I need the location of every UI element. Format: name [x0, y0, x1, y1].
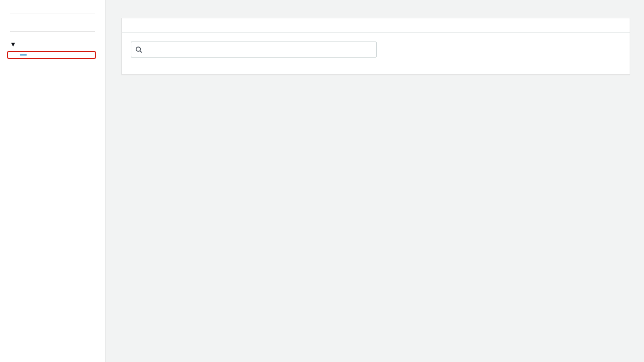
search-wrapper[interactable]: [131, 42, 376, 57]
panel-title: [122, 18, 630, 33]
svg-point-0: [136, 47, 141, 52]
sidebar-item-domains[interactable]: [10, 19, 95, 25]
search-icon: [135, 46, 142, 53]
new-badge: [20, 54, 27, 55]
svg-line-1: [140, 51, 142, 53]
search-input[interactable]: [142, 46, 372, 53]
main-content: [106, 0, 644, 362]
divider: [10, 31, 95, 32]
sidebar-highlight: [7, 51, 96, 59]
caret-down-icon: ▼: [10, 41, 15, 48]
sidebar: ▼: [0, 0, 106, 362]
sidebar-item-nlp-models[interactable]: [0, 64, 105, 68]
sidebar-group-jumpstart[interactable]: ▼: [0, 38, 105, 51]
models-panel: [121, 18, 630, 75]
divider: [10, 13, 95, 13]
sidebar-item-cv-models[interactable]: [0, 60, 105, 64]
